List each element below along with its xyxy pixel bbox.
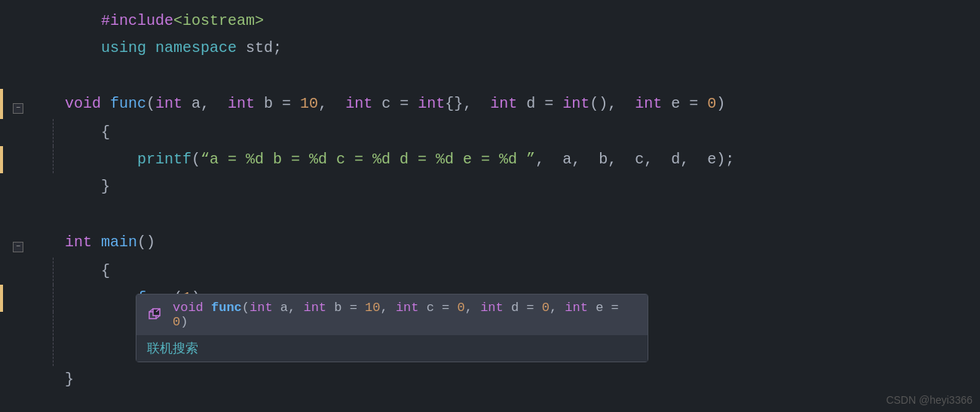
fold-main-button[interactable]: − xyxy=(13,242,23,252)
line-func-decl: − void func(int a, int b = 10, int c = i… xyxy=(0,89,980,119)
fold-using xyxy=(33,35,47,62)
gutter-return xyxy=(3,339,33,366)
code-editor: #include<iostream> using namespace std; … xyxy=(0,0,980,412)
fold-func-button[interactable]: − xyxy=(13,103,23,114)
ac-close: ) xyxy=(180,315,188,329)
guide-main-decl xyxy=(47,227,59,258)
gutter-using xyxy=(3,35,33,62)
printf-fn: printf xyxy=(137,151,191,168)
fold-printf xyxy=(33,146,47,173)
content-main-open: { xyxy=(59,258,980,285)
autocomplete-popup: void func(int a, int b = 10, int c = 0, … xyxy=(136,294,648,362)
brace-empty: {}, xyxy=(445,95,490,112)
line-empty2 xyxy=(0,200,980,227)
guide-func-decl xyxy=(47,89,59,119)
ac-func: func xyxy=(211,301,242,315)
ac-int4: int xyxy=(480,301,504,315)
fold-func-decl xyxy=(33,89,47,119)
content-func-open: { xyxy=(59,119,980,146)
autocomplete-text: void func(int a, int b = 10, int c = 0, … xyxy=(173,301,637,329)
ac-int1: int xyxy=(250,301,273,315)
gutter-func-open xyxy=(3,119,33,146)
ac-sig: ( xyxy=(242,301,250,315)
gutter-main-open xyxy=(3,258,33,285)
ac-0e: 0 xyxy=(173,315,180,329)
guide-include xyxy=(47,8,59,35)
line-main-decl: − int main() xyxy=(0,227,980,258)
brace-close-func: } xyxy=(101,178,110,195)
line-main-close: } xyxy=(0,366,980,393)
param-e: e = xyxy=(671,95,707,112)
autocomplete-item[interactable]: void func(int a, int b = 10, int c = 0, … xyxy=(136,295,648,335)
fold-func-close xyxy=(33,173,47,200)
printf-args: , a, b, c, d, e); xyxy=(535,151,734,168)
content-func-decl: void func(int a, int b = 10, int c = int… xyxy=(59,89,980,119)
content-printf: printf(“a = %d b = %d c = %d d = %d e = … xyxy=(59,146,980,173)
content-using: using namespace std; xyxy=(59,35,980,62)
param-d: d = xyxy=(526,95,562,112)
gutter-main-decl: − xyxy=(3,227,33,258)
ac-a: a, xyxy=(273,301,304,315)
line-empty1 xyxy=(0,62,980,89)
fold-main-open xyxy=(33,258,47,285)
guide-func-close xyxy=(47,173,59,200)
int-kw-d: int xyxy=(562,95,590,112)
guide-printf xyxy=(47,146,59,173)
param-b: b = xyxy=(264,95,300,112)
content-main-decl: int main() xyxy=(59,227,980,258)
fold-include xyxy=(33,8,47,35)
include-keyword: #include xyxy=(101,12,173,29)
guide-main-close xyxy=(47,366,59,393)
fold-main-decl xyxy=(33,227,47,258)
val-10: 10 xyxy=(300,95,318,112)
int-kw3: int xyxy=(345,95,381,112)
content-func-close: } xyxy=(59,173,980,200)
comma2: , xyxy=(318,95,345,112)
gutter-func-decl: − xyxy=(3,89,33,119)
line-func-open: { xyxy=(0,119,980,146)
ac-int2: int xyxy=(303,301,326,315)
fold-return xyxy=(33,339,47,366)
gutter-printf xyxy=(3,146,33,173)
ac-c-val: c = xyxy=(419,301,458,315)
void-kw: void xyxy=(65,95,110,112)
ac-0c: 0 xyxy=(458,301,465,315)
autocomplete-icon xyxy=(147,307,164,323)
ac-int5: int xyxy=(565,301,588,315)
gutter-include xyxy=(3,8,33,35)
line-func-close: } xyxy=(0,173,980,200)
fold-main-close xyxy=(33,366,47,393)
fold-func-call xyxy=(33,285,47,312)
watermark: CSDN @heyi3366 xyxy=(886,394,972,406)
guide-func-call xyxy=(47,285,59,312)
ac-e: , xyxy=(550,301,565,315)
brace-main-open: { xyxy=(101,262,110,279)
guide-main-open xyxy=(47,258,59,285)
int-kw-main: int xyxy=(65,233,101,251)
func-paren-open: ( xyxy=(146,95,155,112)
line-include: #include<iostream> xyxy=(0,8,980,35)
ac-void: void xyxy=(173,301,211,315)
ac-e-val: e = xyxy=(588,301,619,315)
ac-10: 10 xyxy=(365,301,380,315)
guide-func-open xyxy=(47,119,59,146)
ac-int3: int xyxy=(396,301,419,315)
gutter-main-close xyxy=(3,366,33,393)
ac-d: , xyxy=(465,301,480,315)
online-search-row[interactable]: 联机搜索 xyxy=(136,335,648,362)
line-printf: printf(“a = %d b = %d c = %d d = %d e = … xyxy=(0,146,980,173)
ac-b: b = xyxy=(326,301,365,315)
online-search-label: 联机搜索 xyxy=(147,340,198,357)
val-0: 0 xyxy=(707,95,716,112)
main-fn: main xyxy=(101,233,137,251)
param-c: c = xyxy=(381,95,418,112)
brace-open: { xyxy=(101,124,110,141)
int-kw4: int xyxy=(490,95,526,112)
using-kw: using namespace xyxy=(101,39,246,56)
int-kw5: int xyxy=(635,95,671,112)
func-paren-close: ) xyxy=(716,95,725,112)
ac-0d: 0 xyxy=(542,301,550,315)
printf-paren: ( xyxy=(191,151,201,168)
int-kw2: int xyxy=(228,95,264,112)
int-kw-c: int xyxy=(418,95,445,112)
